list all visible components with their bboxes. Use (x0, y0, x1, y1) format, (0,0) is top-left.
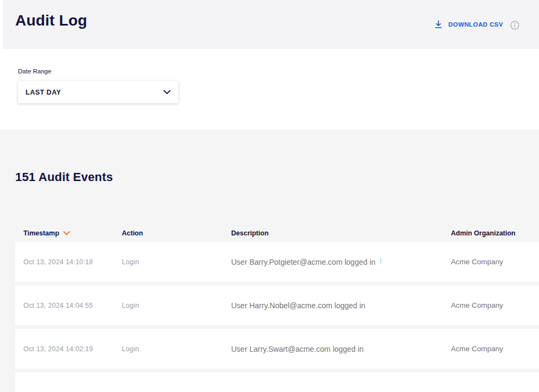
date-range-select[interactable]: LAST DAY (18, 81, 178, 103)
cell-timestamp: Oct 13, 2024 14:04:55 (23, 302, 122, 309)
cell-admin-organization: Acme Company (451, 345, 539, 353)
table-row-partial (15, 372, 539, 392)
column-header-action: Action (122, 229, 231, 237)
column-header-admin-organization: Admin Organization (451, 229, 539, 237)
table-header-row: Timestamp Action Description Admin Organ… (15, 228, 539, 238)
column-header-description: Description (231, 229, 451, 237)
download-icon (434, 20, 443, 29)
download-csv-button[interactable]: DOWNLOAD CSV (434, 20, 503, 29)
cell-description: User Harry.Nobel@acme.com logged in (231, 301, 451, 310)
audit-events-section: 151 Audit Events Timestamp Action Descri… (0, 129, 539, 392)
cell-timestamp: Oct 13, 2024 14:02:19 (23, 345, 122, 353)
cell-action: Login (122, 302, 231, 309)
table-row: Oct 13, 2024 14:02:19 Login User Larry.S… (15, 329, 539, 369)
audit-log-page: Audit Log DOWNLOAD CSV Date Range LAST D… (0, 0, 539, 392)
cell-admin-organization: Acme Company (451, 258, 539, 266)
audit-events-heading: 151 Audit Events (15, 129, 539, 184)
text-cursor-artifact (380, 258, 381, 264)
date-range-value: LAST DAY (26, 89, 61, 96)
page-title: Audit Log (15, 12, 87, 29)
cell-action: Login (122, 258, 231, 266)
cell-description: User Barry.Potgieter@acme.com logged in (231, 258, 451, 266)
cell-action: Login (122, 345, 231, 353)
table-row: Oct 13, 2024 14:04:55 Login User Harry.N… (15, 285, 539, 325)
cell-timestamp: Oct 13, 2024 14:10:18 (23, 258, 122, 266)
date-range-label: Date Range (18, 68, 51, 74)
table-row: Oct 13, 2024 14:10:18 Login User Barry.P… (15, 242, 539, 282)
sort-desc-icon (63, 231, 70, 235)
download-csv-label: DOWNLOAD CSV (448, 21, 503, 28)
chevron-down-icon (163, 90, 171, 95)
info-icon[interactable] (510, 21, 519, 30)
cell-admin-organization: Acme Company (451, 301, 539, 309)
cell-description: User Larry.Swart@acme.com logged in (231, 345, 451, 353)
column-header-timestamp[interactable]: Timestamp (23, 229, 122, 237)
page-header: Audit Log DOWNLOAD CSV (3, 0, 539, 49)
filter-section: Date Range LAST DAY (0, 49, 539, 129)
